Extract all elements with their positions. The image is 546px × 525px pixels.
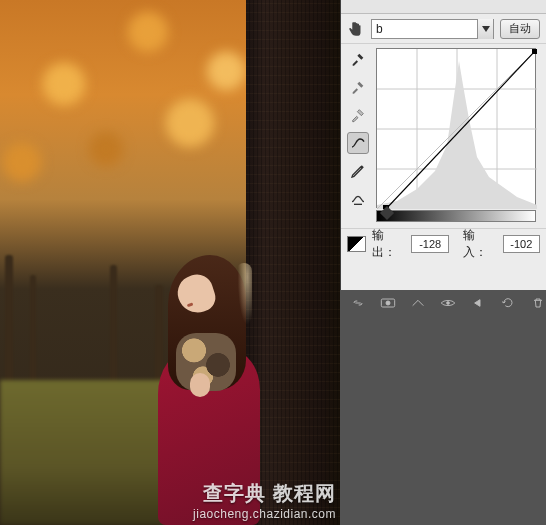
canvas-photo: 查字典 教程网 jiaocheng.chazidian.com bbox=[0, 0, 340, 525]
output-ramp-icon bbox=[347, 236, 366, 252]
svg-point-7 bbox=[386, 301, 390, 305]
channel-value: b bbox=[376, 22, 383, 36]
tree-trunk bbox=[246, 0, 340, 525]
channel-row: b 自动 bbox=[341, 14, 546, 44]
pencil-draw-icon[interactable] bbox=[347, 160, 369, 182]
curve-wrap bbox=[376, 48, 541, 222]
eyedropper-white-icon[interactable] bbox=[347, 104, 369, 126]
reset-icon[interactable] bbox=[500, 296, 516, 310]
eye-icon[interactable] bbox=[440, 296, 456, 310]
curve-graph[interactable] bbox=[376, 48, 536, 208]
input-value: -102 bbox=[510, 238, 532, 250]
mask-icon[interactable] bbox=[380, 296, 396, 310]
eyedropper-black-icon[interactable] bbox=[347, 48, 369, 70]
trash-icon[interactable] bbox=[530, 296, 546, 310]
svg-point-8 bbox=[447, 302, 450, 305]
auto-label: 自动 bbox=[509, 21, 531, 36]
target-adjust-icon[interactable] bbox=[347, 20, 365, 38]
output-label: 输出： bbox=[372, 227, 406, 261]
output-value: -128 bbox=[419, 238, 441, 250]
person bbox=[150, 255, 260, 525]
hand bbox=[190, 373, 210, 397]
curve-point-white[interactable] bbox=[532, 49, 537, 54]
panel-header-strip bbox=[341, 0, 546, 14]
channel-select[interactable]: b bbox=[371, 19, 494, 39]
values-row: 输出： -128 输入： -102 bbox=[341, 229, 546, 259]
eyedropper-gray-icon[interactable] bbox=[347, 76, 369, 98]
auto-button[interactable]: 自动 bbox=[500, 19, 540, 39]
output-value-field[interactable]: -128 bbox=[411, 235, 448, 253]
histogram bbox=[377, 61, 537, 209]
foliage bbox=[0, 0, 260, 240]
smooth-icon[interactable] bbox=[347, 188, 369, 210]
input-gradient[interactable] bbox=[376, 210, 536, 222]
chevron-down-icon[interactable] bbox=[477, 19, 493, 39]
curves-panel: b 自动 bbox=[340, 0, 546, 290]
prev-icon[interactable] bbox=[470, 296, 486, 310]
link-icon[interactable] bbox=[350, 296, 366, 310]
clip-icon[interactable] bbox=[410, 296, 426, 310]
layer-footer-icons bbox=[340, 290, 546, 310]
curves-toolbar bbox=[346, 48, 370, 222]
input-value-field[interactable]: -102 bbox=[503, 235, 540, 253]
input-label: 输入： bbox=[463, 227, 497, 261]
curve-edit-icon[interactable] bbox=[347, 132, 369, 154]
layers-panel-area bbox=[340, 290, 546, 525]
curve-area bbox=[341, 44, 546, 229]
